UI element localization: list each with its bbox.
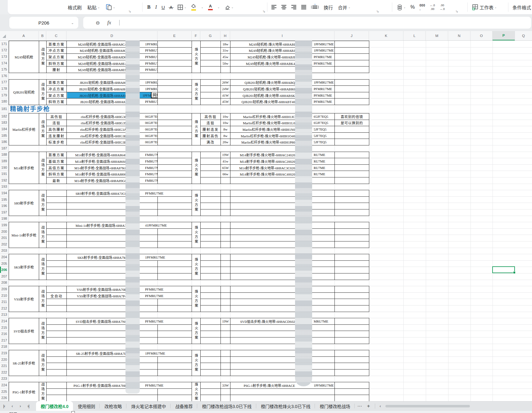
row-header-216[interactable]: 216 xyxy=(0,331,8,337)
price-cell[interactable] xyxy=(221,299,230,305)
number-format-button[interactable]: ⌄ xyxy=(397,4,406,10)
firezone-code-cell[interactable]: QJB201轻机枪-烽火地带-6H8ABSKPFMRU7ME xyxy=(230,92,335,99)
firezone-code-cell[interactable] xyxy=(230,209,335,216)
comment-cell[interactable] xyxy=(335,324,369,331)
price-cell[interactable] xyxy=(221,273,230,280)
row-header-219[interactable]: 219 xyxy=(0,350,8,356)
comment-cell[interactable] xyxy=(335,331,369,337)
battlefield-code-cell[interactable] xyxy=(67,260,158,267)
price-cell[interactable]: 20w xyxy=(221,139,230,145)
row-header-193[interactable]: 193 xyxy=(0,184,8,190)
plan-name-cell[interactable]: 首推方案 xyxy=(47,41,67,48)
price-cell[interactable]: 18w xyxy=(221,41,230,48)
row-header-226[interactable]: 226 xyxy=(0,395,8,401)
comment-cell[interactable] xyxy=(335,228,369,235)
sheet-tab-6[interactable]: 橙门楼改枪烽火3.0已下线 xyxy=(256,401,315,411)
plan-name-cell[interactable] xyxy=(47,254,67,261)
row-header-181[interactable]: 181 xyxy=(0,105,8,113)
battlefield-code-cell[interactable] xyxy=(67,369,158,376)
fire-plan-name-cell[interactable] xyxy=(201,99,221,105)
prev-sheet-button[interactable]: ‹ xyxy=(8,404,16,408)
justify-button[interactable] xyxy=(301,5,306,9)
gun-name-cell[interactable]: QJB201轻机枪 xyxy=(9,79,39,105)
price-cell[interactable] xyxy=(221,196,230,203)
fire-plan-name-cell[interactable] xyxy=(201,292,221,299)
battlefield-code-cell[interactable]: rlin杠杆步枪-全面战场-6HIG3A065JF7EQ5 xyxy=(67,126,158,133)
price-cell[interactable]: 8w xyxy=(221,132,230,139)
row-header-189[interactable]: 189 xyxy=(0,158,8,164)
fire-plan-name-cell[interactable] xyxy=(201,196,221,203)
row-header-205[interactable]: 205 xyxy=(0,260,8,267)
cell[interactable] xyxy=(158,388,192,395)
firezone-code-cell[interactable]: QJB201轻机枪-烽火地带-6H8ABQ1PFMRU7ME xyxy=(230,79,335,86)
cell[interactable] xyxy=(158,79,192,86)
price-cell[interactable]: 45W xyxy=(221,99,230,105)
row-header-172[interactable]: 172 xyxy=(0,47,8,54)
price-cell[interactable]: 31w xyxy=(221,47,230,54)
comment-cell[interactable] xyxy=(335,305,369,312)
battlefield-code-cell[interactable] xyxy=(67,267,158,273)
fire-plan-name-cell[interactable] xyxy=(201,241,221,248)
plan-name-cell[interactable] xyxy=(47,235,67,241)
column-header-E[interactable]: E xyxy=(157,31,192,40)
fire-plan-name-cell[interactable] xyxy=(201,395,221,401)
firezone-code-cell[interactable]: M249轻机枪-烽火地带-6H8ABJ1PFMRU7ME xyxy=(230,47,335,54)
firezone-code-cell[interactable]: Marlin杠杆步枪-烽火地带-6HIH1P805JF7EQ5 xyxy=(230,139,335,145)
plan-name-cell[interactable]: 冲点方案 xyxy=(47,86,67,92)
battlefield-code-cell[interactable] xyxy=(67,337,158,344)
firezone-code-cell[interactable] xyxy=(230,356,335,363)
price-cell[interactable] xyxy=(221,324,230,331)
column-header-D[interactable]: D xyxy=(66,31,157,40)
battlefield-code-cell[interactable]: rlin杠杆步枪-全面战场-6HIG39065JF7EQ5 xyxy=(67,120,158,126)
battlefield-code-cell[interactable] xyxy=(67,299,158,305)
battlefield-code-cell[interactable]: M249轻机枪-全面战场-6H8A8ESPFMRU7ME xyxy=(67,67,158,73)
plan-name-cell[interactable] xyxy=(47,331,67,337)
plan-name-cell[interactable]: 最新 xyxy=(47,177,67,184)
row-header-206[interactable]: 206 xyxy=(0,267,8,273)
row-header-186[interactable]: 186 xyxy=(0,139,8,145)
comment-cell[interactable] xyxy=(335,260,369,267)
align-center-button[interactable] xyxy=(281,5,286,9)
cell[interactable] xyxy=(158,60,192,67)
battle-plan-header-cell[interactable]: 战场方案 xyxy=(39,41,47,73)
price-cell[interactable] xyxy=(221,190,230,197)
cell[interactable] xyxy=(158,324,192,331)
plan-name-cell[interactable] xyxy=(47,363,67,369)
row-header-192[interactable]: 192 xyxy=(0,177,8,184)
price-cell[interactable] xyxy=(221,388,230,395)
comment-cell[interactable] xyxy=(335,209,369,216)
row-header-185[interactable]: 185 xyxy=(0,132,8,139)
fire-plan-name-cell[interactable]: 满改 xyxy=(201,139,221,145)
price-cell[interactable] xyxy=(221,369,230,376)
cell[interactable] xyxy=(158,99,192,105)
fire-plan-name-cell[interactable] xyxy=(201,54,221,60)
fire-plan-name-cell[interactable] xyxy=(201,260,221,267)
price-cell[interactable] xyxy=(221,209,230,216)
battlefield-code-cell[interactable]: JB201轻机枪-全面战场-6H8A8H1PFMRU7ME xyxy=(67,86,158,92)
gun-name-cell[interactable]: SR-25射手步枪 xyxy=(9,350,39,376)
plan-name-cell[interactable] xyxy=(47,356,67,363)
firezone-code-cell[interactable] xyxy=(230,337,335,344)
cell[interactable] xyxy=(158,54,192,60)
price-cell[interactable] xyxy=(221,260,230,267)
fire-plan-header-cell[interactable]: 烽火方案 xyxy=(192,382,201,401)
comment-cell[interactable] xyxy=(335,318,369,325)
clipboard-dialog-launcher-icon[interactable]: ⇘ xyxy=(128,9,131,13)
comment-cell[interactable] xyxy=(335,164,369,171)
battlefield-code-cell[interactable]: M14射手步枪-全面战场-6H8A89G0FMRU7ME xyxy=(67,177,158,184)
comment-cell[interactable] xyxy=(335,369,369,376)
font-color-button[interactable]: A xyxy=(208,4,213,10)
firezone-code-cell[interactable] xyxy=(230,305,335,312)
comment-cell[interactable] xyxy=(335,235,369,241)
column-header-K[interactable]: K xyxy=(369,31,403,40)
battlefield-code-cell[interactable]: JB201轻机枪-全面战场-6H8A801PFMRU7ME xyxy=(67,79,158,86)
firezone-code-cell[interactable] xyxy=(230,235,335,241)
comment-cell[interactable] xyxy=(335,92,369,99)
cell[interactable] xyxy=(158,92,192,99)
borders-button[interactable]: ⌄ xyxy=(177,4,187,10)
firezone-code-cell[interactable] xyxy=(230,67,335,73)
firezone-code-cell[interactable]: QJB201轻机枪-烽火地带-6H8ABR0PFMRU7ME xyxy=(230,86,335,92)
firezone-code-cell[interactable]: M14射手步枪-烽火地带-6H8AC3C020RU7ME xyxy=(230,164,335,171)
row-header-215[interactable]: 215 xyxy=(0,324,8,331)
plan-name-cell[interactable]: 高倍方案 xyxy=(47,164,67,171)
